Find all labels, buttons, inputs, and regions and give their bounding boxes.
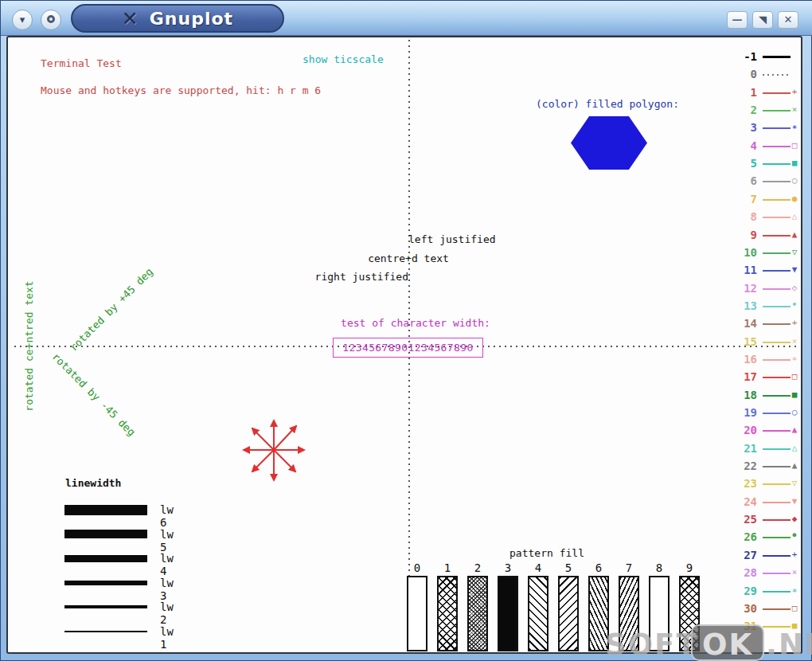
close-button[interactable]: ✕ [778, 11, 798, 29]
legend-label: 9 [712, 229, 757, 241]
legend-line-sample [763, 217, 791, 218]
linewidth-label: lw 4 [160, 552, 174, 577]
legend-marker: ▽ [788, 247, 801, 257]
legend-label: 29 [712, 585, 757, 597]
legend-label: 25 [712, 513, 757, 526]
legend-line-sample [763, 555, 791, 557]
legend-label: 18 [712, 389, 757, 401]
legend-label: 5 [712, 157, 757, 170]
legend-line-sample [763, 430, 791, 432]
legend-label: 2 [712, 104, 757, 116]
watermark-part3: .NET [766, 628, 812, 661]
legend-marker: ▲ [788, 424, 801, 435]
legend-line-sample [763, 92, 791, 94]
legend-label: 30 [712, 602, 757, 615]
legend-line-sample [763, 466, 791, 467]
legend-line-sample [763, 537, 791, 538]
pattern-bar-number: 7 [617, 561, 641, 574]
pattern-bar-number: 4 [526, 561, 550, 574]
pattern-bar-number: 1 [435, 561, 459, 574]
legend-label: 21 [712, 442, 757, 455]
legend-line-sample [763, 323, 791, 325]
legend-marker: ● [788, 531, 801, 538]
legend-label: 3 [712, 121, 757, 134]
legend-marker: △ [788, 443, 801, 453]
legend-marker: ◇ [788, 283, 801, 293]
legend-label: 0 [712, 68, 757, 80]
legend-marker: ▲ [788, 229, 801, 240]
legend-marker: ● [788, 194, 801, 204]
legend-label: 22 [712, 460, 757, 472]
legend-label: 19 [712, 406, 757, 419]
pattern-fill-title: pattern fill [509, 547, 584, 559]
legend-label: 15 [712, 335, 757, 348]
legend-label: 23 [712, 477, 757, 490]
legend-label: 10 [712, 246, 757, 259]
legend-marker: □ [788, 371, 801, 381]
linewidth-bar [64, 530, 147, 538]
pin-icon [47, 15, 55, 23]
pattern-bar [498, 576, 518, 651]
filled-hexagon-polygon [571, 116, 647, 170]
plot-canvas[interactable]: Terminal Test Mouse and hotkeys are supp… [6, 36, 802, 654]
legend-marker: + [788, 318, 801, 328]
pattern-bar-number: 2 [466, 561, 490, 574]
linewidth-label: lw 2 [160, 600, 174, 626]
legend-line-sample [763, 342, 791, 343]
window-menu-button[interactable]: ▾ [12, 10, 33, 30]
legend-line-sample [763, 110, 791, 111]
minimize-button[interactable]: — [727, 11, 748, 29]
maximize-button[interactable]: ◥ [752, 11, 773, 29]
pattern-bar-number: 3 [496, 561, 520, 574]
char-width-label: test of character width: [341, 317, 490, 329]
legend-marker: ∗ [788, 122, 801, 132]
legend-marker: □ [788, 140, 801, 151]
legend-label: 20 [712, 424, 757, 436]
legend-label: 1 [712, 86, 757, 99]
legend-label: 28 [712, 566, 757, 579]
legend-label: 7 [712, 193, 757, 205]
legend-marker: ○ [788, 175, 801, 186]
legend-line-sample [763, 608, 791, 610]
legend-label: 4 [712, 139, 757, 152]
legend-label: 13 [712, 299, 757, 312]
x11-logo-icon: ✕ [122, 7, 139, 30]
legend-line-sample [763, 270, 791, 272]
rotated-centred-text: rotated ce+ntred text [23, 267, 35, 426]
legend-line-sample [763, 483, 791, 485]
legend-line-sample [763, 519, 791, 521]
legend-line-sample [763, 146, 791, 147]
legend-line-sample [763, 448, 791, 450]
legend-label: 17 [712, 370, 757, 383]
pattern-bar [528, 576, 548, 651]
title-tab[interactable]: ✕ Gnuplot [71, 4, 284, 33]
legend-marker: △ [788, 211, 801, 221]
pin-button[interactable] [41, 10, 61, 30]
legend-label: 26 [712, 530, 757, 543]
legend-label: -1 [712, 50, 757, 63]
pattern-bar [467, 576, 488, 651]
legend-line-sample [763, 413, 791, 414]
linewidth-bar [64, 505, 147, 515]
centred-text: centre+d text [368, 252, 449, 264]
char-width-box: 12345678901234567890 [333, 338, 483, 358]
legend-marker: ◆ [788, 514, 801, 524]
terminal-test-label: Terminal Test [41, 57, 122, 69]
titlebar[interactable]: ▾ ✕ Gnuplot — ◥ ✕ [1, 1, 812, 36]
legend-line-sample [763, 591, 791, 593]
pattern-bar-number: 0 [405, 561, 429, 574]
legend-marker: × [788, 336, 801, 346]
gnuplot-window: ▾ ✕ Gnuplot — ◥ ✕ Terminal Test Mouse an… [0, 0, 812, 661]
legend-label: 14 [712, 317, 757, 330]
legend-line-sample [763, 573, 791, 574]
pattern-bar-number: 9 [677, 561, 701, 574]
legend-line-sample [763, 252, 791, 254]
legend-marker: ∗ [788, 354, 801, 364]
legend-line-sample [763, 163, 791, 165]
legend-line-sample [763, 306, 791, 307]
legend-marker: □ [788, 603, 801, 613]
pattern-bar [437, 576, 458, 651]
legend-label: 12 [712, 282, 757, 295]
pattern-bar [407, 576, 427, 651]
linewidth-label: lw 6 [160, 503, 174, 529]
